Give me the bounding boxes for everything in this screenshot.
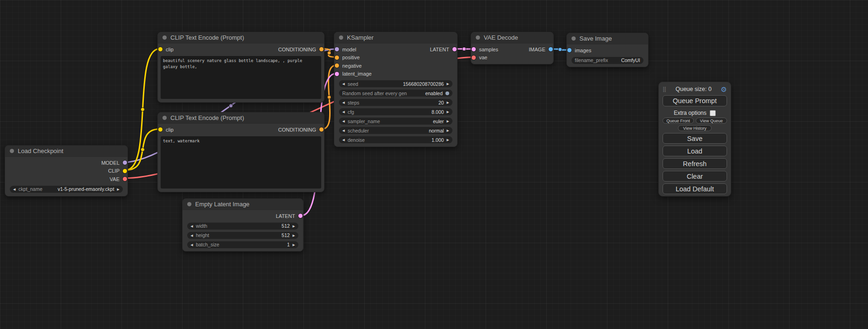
increment-arrow-icon[interactable]: ▶ — [447, 138, 449, 141]
decrement-arrow-icon[interactable]: ◀ — [191, 234, 193, 237]
widget-denoise[interactable]: ◀ denoise 1.000 ▶ — [339, 136, 452, 143]
increment-arrow-icon[interactable]: ▶ — [293, 234, 295, 237]
input-label: model — [342, 47, 356, 52]
positive-input-dot[interactable] — [335, 56, 339, 60]
clear-button[interactable]: Clear — [663, 171, 727, 182]
widget-seed[interactable]: ◀ seed 156680208700286 ▶ — [339, 80, 452, 87]
widget-steps[interactable]: ◀ steps 20 ▶ — [339, 99, 452, 106]
decrement-arrow-icon[interactable]: ◀ — [191, 224, 193, 228]
increment-arrow-icon[interactable]: ▶ — [447, 110, 449, 113]
decrement-arrow-icon[interactable]: ◀ — [342, 129, 345, 132]
image-output-dot[interactable] — [549, 47, 553, 51]
decrement-arrow-icon[interactable]: ◀ — [13, 188, 15, 191]
settings-gear-icon[interactable]: ⚙ — [721, 86, 727, 93]
collapse-dot-icon[interactable] — [162, 116, 167, 120]
vae-input-dot[interactable] — [472, 56, 476, 60]
increment-arrow-icon[interactable]: ▶ — [447, 119, 449, 123]
clip-output-dot[interactable] — [123, 169, 127, 173]
queue-front-button[interactable]: Queue Front — [663, 118, 694, 124]
increment-arrow-icon[interactable]: ▶ — [293, 224, 295, 228]
extra-options-row: Extra options — [663, 110, 727, 116]
output-slot-image: IMAGE — [497, 45, 553, 54]
wire-midpoint-clip-negative[interactable] — [141, 148, 145, 152]
node-empty-latent-image[interactable]: Empty Latent Image LATENT ◀ width 512 ▶ … — [182, 198, 303, 252]
vae-output-dot[interactable] — [123, 177, 127, 181]
collapse-dot-icon[interactable] — [162, 35, 167, 40]
node-ksampler[interactable]: KSampler model positive negative latent_… — [334, 32, 458, 147]
wire-midpoint-image[interactable] — [558, 48, 562, 51]
decrement-arrow-icon[interactable]: ◀ — [342, 110, 345, 113]
node-title-bar[interactable]: KSampler — [334, 32, 457, 43]
collapse-dot-icon[interactable] — [10, 149, 14, 153]
images-input-dot[interactable] — [567, 48, 572, 52]
widget-label: filename_prefix — [575, 57, 608, 63]
node-title-bar[interactable]: CLIP Text Encode (Prompt) — [158, 32, 324, 43]
view-history-button[interactable]: View History — [678, 125, 712, 131]
save-button[interactable]: Save — [663, 133, 727, 144]
node-load-checkpoint[interactable]: Load Checkpoint MODEL CLIP VAE ◀ ckpt_na… — [5, 145, 128, 196]
conditioning-output-dot[interactable] — [319, 47, 324, 51]
widget-batch-size[interactable]: ◀ batch_size 1 ▶ — [187, 241, 298, 248]
latent-image-input-dot[interactable] — [335, 72, 339, 76]
clip-input-dot[interactable] — [158, 127, 162, 132]
input-label: images — [575, 48, 591, 53]
increment-arrow-icon[interactable]: ▶ — [117, 188, 120, 191]
collapse-dot-icon[interactable] — [187, 202, 191, 206]
wire-midpoint-model[interactable] — [229, 104, 233, 108]
wire-midpoint-latent-2[interactable] — [462, 47, 466, 51]
widget-scheduler[interactable]: ◀ scheduler normal ▶ — [339, 127, 452, 134]
node-title-bar[interactable]: Load Checkpoint — [5, 146, 127, 157]
model-output-dot[interactable] — [123, 161, 127, 165]
load-button[interactable]: Load — [663, 146, 727, 156]
model-input-dot[interactable] — [335, 47, 339, 51]
decrement-arrow-icon[interactable]: ◀ — [342, 119, 345, 123]
node-title-bar[interactable]: Save Image — [567, 33, 648, 44]
node-title-bar[interactable]: VAE Decode — [471, 32, 553, 43]
latent-output-dot[interactable] — [452, 47, 457, 51]
widget-value: ComfyUI — [621, 57, 640, 63]
increment-arrow-icon[interactable]: ▶ — [447, 82, 449, 85]
clip-input-dot[interactable] — [158, 47, 162, 51]
collapse-dot-icon[interactable] — [572, 36, 576, 41]
wire-midpoint-cond-negative[interactable] — [327, 95, 331, 99]
node-title-bar[interactable]: CLIP Text Encode (Prompt) — [158, 112, 324, 124]
increment-arrow-icon[interactable]: ▶ — [293, 243, 295, 246]
decrement-arrow-icon[interactable]: ◀ — [342, 82, 345, 85]
increment-arrow-icon[interactable]: ▶ — [447, 129, 449, 132]
wire-midpoint-cond-positive[interactable] — [327, 51, 331, 55]
decrement-arrow-icon[interactable]: ◀ — [191, 243, 193, 246]
queue-prompt-button[interactable]: Queue Prompt — [663, 95, 727, 106]
negative-input-dot[interactable] — [335, 63, 339, 68]
node-clip-text-encode-positive[interactable]: CLIP Text Encode (Prompt) clip CONDITION… — [157, 32, 325, 103]
widget-ckpt-name[interactable]: ◀ ckpt_name v1-5-pruned-emaonly.ckpt ▶ — [10, 186, 123, 193]
load-default-button[interactable]: Load Default — [663, 183, 727, 194]
widget-sampler-name[interactable]: ◀ sampler_name euler ▶ — [339, 118, 452, 125]
drag-handle-icon[interactable]: ⣿ — [663, 87, 666, 92]
conditioning-output-dot[interactable] — [319, 127, 324, 132]
increment-arrow-icon[interactable]: ▶ — [447, 101, 449, 104]
widget-cfg[interactable]: ◀ cfg 8.000 ▶ — [339, 108, 452, 115]
collapse-dot-icon[interactable] — [476, 35, 480, 40]
node-save-image[interactable]: Save Image images filename_prefix ComfyU… — [566, 33, 649, 67]
widget-width[interactable]: ◀ width 512 ▶ — [187, 223, 298, 230]
graph-canvas[interactable]: Load Checkpoint MODEL CLIP VAE ◀ ckpt_na… — [0, 0, 868, 329]
widget-height[interactable]: ◀ height 512 ▶ — [187, 232, 298, 239]
node-clip-text-encode-negative[interactable]: CLIP Text Encode (Prompt) clip CONDITION… — [157, 112, 325, 192]
widget-random-seed-toggle[interactable]: Random seed after every gen enabled — [339, 90, 452, 97]
prompt-textarea[interactable]: text, watermark — [161, 136, 321, 189]
decrement-arrow-icon[interactable]: ◀ — [342, 138, 345, 141]
refresh-button[interactable]: Refresh — [663, 158, 727, 169]
decrement-arrow-icon[interactable]: ◀ — [342, 101, 345, 104]
node-vae-decode[interactable]: VAE Decode samples vae IMAGE — [471, 32, 554, 64]
samples-input-dot[interactable] — [472, 47, 476, 51]
collapse-dot-icon[interactable] — [339, 35, 343, 40]
prompt-textarea[interactable]: beautiful scenery nature glass bottle la… — [161, 56, 321, 99]
latent-output-dot[interactable] — [298, 214, 303, 218]
node-title-bar[interactable]: Empty Latent Image — [183, 199, 303, 210]
wire-midpoint-clip-positive[interactable] — [141, 108, 145, 112]
extra-options-checkbox[interactable] — [710, 110, 716, 116]
toggle-state-dot[interactable] — [445, 91, 449, 95]
widget-value: 20 — [438, 100, 444, 105]
widget-filename-prefix[interactable]: filename_prefix ComfyUI — [572, 57, 643, 64]
view-queue-button[interactable]: View Queue — [696, 118, 727, 124]
